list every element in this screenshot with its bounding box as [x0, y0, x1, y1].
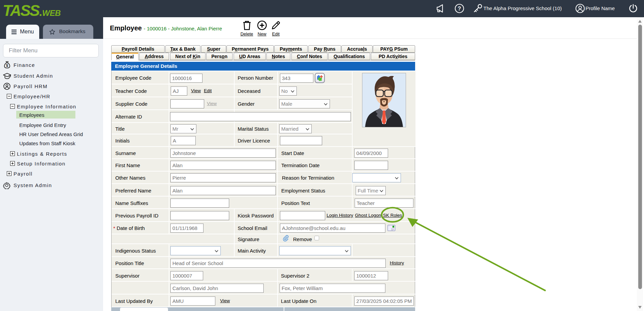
svg-text:$: $: [6, 63, 8, 68]
svg-text:?: ?: [458, 6, 461, 11]
